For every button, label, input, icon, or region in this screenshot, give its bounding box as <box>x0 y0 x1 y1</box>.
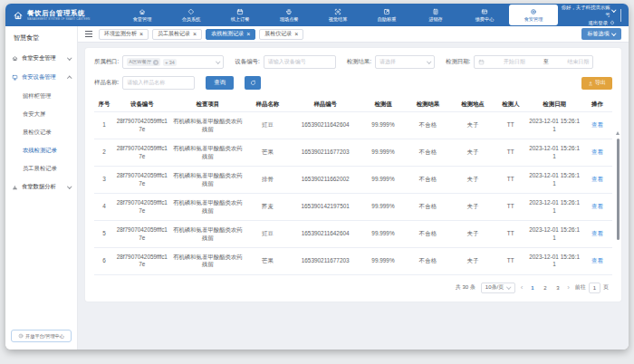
chevron-down-icon <box>611 31 616 35</box>
cell-inspector: TT <box>495 194 526 221</box>
dock-multiselect[interactable]: A区W餐厅 × + 34 <box>122 55 224 69</box>
page-tab[interactable]: 农残检测记录 × <box>206 29 255 40</box>
sidebar-item[interactable]: 晨检仪记录 <box>5 123 77 141</box>
cell-date: 2023-12-01 15:26:11 <box>526 139 582 167</box>
sidebar-item[interactable]: 食堂安全管理 <box>5 49 77 68</box>
view-link[interactable]: 查看 <box>591 121 603 128</box>
sample-name-input[interactable]: 请输入样品名称 <box>122 76 195 90</box>
top-nav-item[interactable]: 线上订餐 <box>216 4 264 26</box>
sidebar-item[interactable]: 员工晨检记录 <box>5 159 77 177</box>
app-title: 餐饮后台管理系统 <box>27 9 97 17</box>
view-link[interactable]: 查看 <box>591 148 603 155</box>
menu-collapse-icon[interactable] <box>85 31 92 37</box>
cell-sample: 芒果 <box>245 139 289 167</box>
page-number[interactable]: 1 <box>528 285 536 291</box>
logo-house-icon <box>13 10 24 21</box>
close-icon[interactable]: × <box>193 31 197 37</box>
cell-sample-no: 165390211642604 <box>290 112 361 139</box>
open-platform-button[interactable]: 开放平台/管理中心 <box>11 330 72 342</box>
page-number[interactable]: 2 <box>541 285 549 291</box>
cell-no: 4 <box>94 194 114 221</box>
cell-no: 3 <box>94 167 114 194</box>
view-link[interactable]: 查看 <box>591 203 603 209</box>
tab-label: 环境监测分析 <box>104 30 137 38</box>
table-row[interactable]: 5 28f7907042059fffc17e 有机磷和氨基甲酸酯类农药残留 豇豆… <box>94 221 612 248</box>
page-size-select[interactable]: 10条/页 <box>481 283 515 293</box>
top-nav-item[interactable]: 视觉结算 <box>313 4 362 26</box>
close-icon[interactable]: × <box>139 31 143 37</box>
chevron-down-icon <box>427 59 431 63</box>
cell-location: 夫子 <box>451 167 495 194</box>
page-numbers: 1 2 3 <box>528 285 562 291</box>
tab-options-button[interactable]: 标签选项 <box>581 28 622 40</box>
table-row[interactable]: 3 28f7907042059fffc17e 有机磷和氨基甲酸酯类农药残留 排骨… <box>94 167 612 194</box>
nav-icon <box>334 8 341 15</box>
sidebar-item-icon <box>12 74 18 81</box>
cell-result: 不合格 <box>405 112 451 139</box>
scrollbar-up-arrow[interactable] <box>616 131 620 135</box>
top-nav-item[interactable]: 食堂管理 <box>118 4 167 26</box>
cell-date: 2023-12-01 15:26:11 <box>526 248 582 275</box>
page-tab[interactable]: 员工晨检记录 × <box>152 29 202 40</box>
table-header-cell: 操作 <box>582 97 612 112</box>
cell-result: 不合格 <box>405 248 451 275</box>
sidebar-item[interactable]: 食堂数据分析 <box>5 177 77 196</box>
dock-more-tag: + 34 <box>163 59 177 66</box>
top-nav-item[interactable]: 缴费中心 <box>460 4 509 26</box>
close-icon[interactable]: × <box>246 31 250 37</box>
info-icon <box>18 333 24 339</box>
nav-label: 食堂管理 <box>133 16 152 23</box>
table-row[interactable]: 2 28f7907042059fffc17e 有机磷和氨基甲酸酯类农药残留 芒果… <box>94 139 612 167</box>
page-tab[interactable]: 晨检仪记录 × <box>259 29 303 40</box>
cell-date: 2023-12-01 15:26:11 <box>526 194 582 221</box>
cell-device: 28f7907042059fffc17e <box>114 248 170 275</box>
page-number[interactable]: 3 <box>553 285 562 291</box>
cell-value: 99.999% <box>361 139 405 167</box>
prev-page-button[interactable]: ‹ <box>521 284 524 292</box>
view-link[interactable]: 查看 <box>591 176 603 182</box>
top-nav-item[interactable]: 食安管理 <box>509 5 558 25</box>
sidebar-item[interactable]: 农残检测记录 <box>5 141 77 159</box>
nav-label: 缴费中心 <box>476 16 495 23</box>
goto-page-input[interactable]: 1 <box>589 283 600 293</box>
date-range-picker[interactable]: 开始日期 至 结束日期 <box>474 55 593 69</box>
table-row[interactable]: 4 28f7907042059fffc17e 有机磷和氨基甲酸酯类农药残留 荞麦… <box>94 194 612 221</box>
table-header-cell: 检测值 <box>361 97 405 112</box>
cell-result: 不合格 <box>405 221 451 248</box>
user-account-menu[interactable]: 你好，夫子科技演示账号 <box>558 4 615 19</box>
chevron-icon <box>67 184 72 188</box>
search-button[interactable]: 查询 <box>206 76 234 90</box>
cell-sample-no: 165390211662002 <box>290 167 361 194</box>
close-icon[interactable]: × <box>294 31 298 37</box>
nav-icon <box>530 8 537 15</box>
total-count: 共 30 条 <box>456 283 476 292</box>
reset-button[interactable] <box>245 76 261 90</box>
top-nav-item[interactable]: 现场点餐 <box>264 4 313 26</box>
date-separator: 至 <box>543 58 549 66</box>
top-nav-item[interactable]: 会员系统 <box>167 4 216 26</box>
tag-close-icon[interactable]: × <box>153 60 158 65</box>
view-link[interactable]: 查看 <box>591 230 603 236</box>
sidebar-item[interactable]: 食安设备管理 <box>5 68 77 87</box>
next-page-button[interactable]: › <box>567 284 570 292</box>
top-nav-item[interactable]: 进销存 <box>411 4 460 26</box>
table-row[interactable]: 1 28f7907042059fffc17e 有机磷和氨基甲酸酯类农药残留 豇豆… <box>94 112 612 139</box>
cell-device: 28f7907042059fffc17e <box>114 139 170 167</box>
top-nav-item[interactable]: 自助称重 <box>362 4 411 26</box>
cell-location: 夫子 <box>451 139 495 167</box>
sidebar-item[interactable]: 食安大屏 <box>5 105 77 123</box>
cell-no: 1 <box>94 112 114 139</box>
cell-result: 不合格 <box>405 167 451 194</box>
sidebar-item[interactable]: 留样柜管理 <box>5 87 77 105</box>
table-row[interactable]: 6 28f7907042059fffc17e 有机磷和氨基甲酸酯类农药残留 芒果… <box>94 248 612 275</box>
page-tab[interactable]: 环境监测分析 × <box>99 29 149 40</box>
result-select[interactable]: 请选择 <box>375 55 435 69</box>
sidebar: 智慧食堂 食堂安全管理 食安设备管理 <box>5 26 78 350</box>
sidebar-item-icon <box>12 55 18 62</box>
cell-device: 28f7907042059fffc17e <box>114 194 170 221</box>
export-button[interactable]: 导出 <box>581 77 612 90</box>
view-link[interactable]: 查看 <box>591 257 603 263</box>
nav-label: 食安管理 <box>524 16 543 23</box>
scrollbar-thumb[interactable] <box>617 139 620 240</box>
device-number-input[interactable]: 请输入设备编号 <box>264 55 336 69</box>
